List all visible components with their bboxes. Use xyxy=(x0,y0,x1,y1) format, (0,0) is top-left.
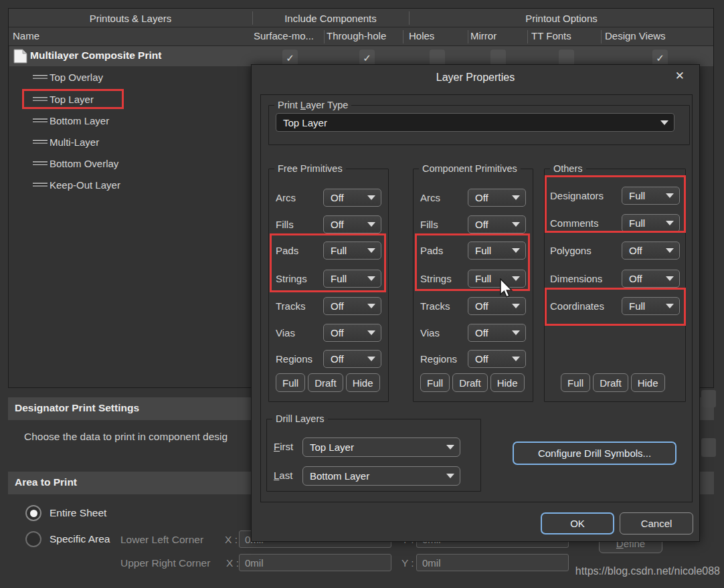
group-header-row: Printouts & Layers Include Components Pr… xyxy=(9,9,713,27)
column-divider xyxy=(403,30,403,43)
configure-drill-symbols-button[interactable]: Configure Drill Symbols... xyxy=(513,442,676,465)
component-regions-dropdown[interactable]: Off xyxy=(468,350,526,368)
tree-item-keep-out-layer[interactable]: Keep-Out Layer xyxy=(33,176,120,193)
column-name: Name xyxy=(13,30,39,41)
designator-description: Choose the data to print in component de… xyxy=(24,431,228,443)
others-designators-row: Designators Full xyxy=(550,187,680,205)
dialog-title: Layer Properties xyxy=(252,72,699,84)
chevron-down-icon xyxy=(512,195,520,200)
layer-dash-icon xyxy=(33,75,48,79)
others-coordinates-dropdown[interactable]: Full xyxy=(622,297,680,315)
free-tracks-row: Tracks Off xyxy=(276,297,381,315)
upper-right-x-input[interactable]: 0mil xyxy=(239,554,391,571)
drill-layers-legend: Drill Layers xyxy=(272,413,328,424)
drill-last-dropdown[interactable]: Bottom Layer xyxy=(302,466,460,486)
layer-dash-icon xyxy=(33,161,48,165)
printout-name: Multilayer Composite Print xyxy=(30,50,161,62)
entire-sheet-radio[interactable] xyxy=(25,505,41,521)
component-fills-dropdown[interactable]: Off xyxy=(468,215,526,233)
check-icon: ✓ xyxy=(656,52,664,64)
print-layer-type-legend: Print Layer Type xyxy=(274,100,351,110)
group-header-printout-options: Printout Options xyxy=(409,11,714,25)
background-control-fragment xyxy=(701,390,716,407)
chevron-down-icon xyxy=(367,330,375,335)
column-holes: Holes xyxy=(409,30,434,41)
column-design-views: Design Views xyxy=(605,30,666,41)
free-regions-row: Regions Off xyxy=(276,350,381,368)
free-regions-dropdown[interactable]: Off xyxy=(323,350,381,368)
others-dimensions-dropdown[interactable]: Off xyxy=(622,270,680,288)
group-header-include-components: Include Components xyxy=(252,11,409,25)
column-divider xyxy=(527,30,528,43)
component-pads-dropdown[interactable]: Full xyxy=(468,241,526,260)
free-vias-row: Vias Off xyxy=(276,324,381,342)
component-arcs-dropdown[interactable]: Off xyxy=(468,189,526,207)
others-comments-dropdown[interactable]: Full xyxy=(622,214,680,232)
free-fills-dropdown[interactable]: Off xyxy=(323,215,381,233)
component-strings-dropdown[interactable]: Full xyxy=(468,270,526,288)
others-dimensions-row: Dimensions Off xyxy=(550,270,680,288)
column-divider xyxy=(324,30,325,43)
component-hide-button[interactable]: Hide xyxy=(490,373,525,392)
cancel-button[interactable]: Cancel xyxy=(620,512,693,534)
tree-item-bottom-overlay[interactable]: Bottom Overlay xyxy=(33,155,118,172)
chevron-down-icon xyxy=(512,330,520,335)
component-fills-row: Fills Off xyxy=(420,215,526,233)
tree-item-bottom-layer[interactable]: Bottom Layer xyxy=(33,112,109,129)
free-vias-dropdown[interactable]: Off xyxy=(323,324,381,342)
component-tracks-dropdown[interactable]: Off xyxy=(468,297,526,315)
chevron-down-icon xyxy=(367,357,375,361)
upper-right-y-input[interactable]: 0mil xyxy=(416,554,569,571)
chevron-down-icon xyxy=(666,276,674,281)
others-full-button[interactable]: Full xyxy=(561,373,590,392)
others-hide-button[interactable]: Hide xyxy=(631,373,665,392)
chevron-down-icon xyxy=(512,222,520,227)
specific-area-radio[interactable] xyxy=(25,531,41,547)
free-fills-row: Fills Off xyxy=(276,215,381,233)
chevron-down-icon xyxy=(367,222,375,227)
check-icon: ✓ xyxy=(363,52,371,64)
tree-item-top-overlay[interactable]: Top Overlay xyxy=(33,68,103,86)
chevron-down-icon xyxy=(666,304,674,308)
component-vias-dropdown[interactable]: Off xyxy=(468,324,526,342)
free-strings-dropdown[interactable]: Full xyxy=(323,270,381,288)
chevron-down-icon xyxy=(512,304,520,308)
chevron-down-icon xyxy=(660,120,668,125)
close-icon[interactable]: ✕ xyxy=(675,69,685,83)
ok-button[interactable]: OK xyxy=(541,512,614,534)
others-legend: Others xyxy=(550,163,586,174)
group-header-printouts-layers: Printouts & Layers xyxy=(9,11,252,25)
others-draft-button[interactable]: Draft xyxy=(593,373,628,392)
others-designators-dropdown[interactable]: Full xyxy=(622,187,680,205)
others-group: Others Designators Full Comments Full Po… xyxy=(544,163,686,402)
chevron-down-icon xyxy=(446,474,454,478)
chevron-down-icon xyxy=(666,221,674,225)
others-polygons-dropdown[interactable]: Off xyxy=(622,241,680,260)
watermark: https://blog.csdn.net/nicole088 xyxy=(575,565,720,577)
others-coordinates-row: Coordinates Full xyxy=(550,297,680,315)
layer-properties-dialog: Layer Properties ✕ Print Layer Type Top … xyxy=(251,64,700,542)
lower-left-corner-label: Lower Left Corner xyxy=(120,534,203,546)
upper-right-corner-label: Upper Right Corner xyxy=(120,557,210,569)
free-tracks-dropdown[interactable]: Off xyxy=(323,297,381,315)
free-arcs-dropdown[interactable]: Off xyxy=(323,189,381,207)
free-full-button[interactable]: Full xyxy=(276,373,305,392)
component-vias-row: Vias Off xyxy=(420,324,526,342)
layer-dash-icon xyxy=(33,97,48,101)
free-hide-button[interactable]: Hide xyxy=(346,373,380,392)
print-layer-type-dropdown[interactable]: Top Layer xyxy=(276,113,674,132)
others-polygons-row: Polygons Off xyxy=(550,241,680,260)
column-through-hole: Through-hole xyxy=(327,30,386,41)
component-draft-button[interactable]: Draft xyxy=(452,373,488,392)
chevron-down-icon xyxy=(367,195,375,200)
chevron-down-icon xyxy=(367,248,375,253)
component-full-button[interactable]: Full xyxy=(420,373,450,392)
tree-item-top-layer[interactable]: Top Layer xyxy=(33,90,94,108)
drill-first-dropdown[interactable]: Top Layer xyxy=(302,437,460,457)
free-pads-dropdown[interactable]: Full xyxy=(323,241,381,260)
table-row-multilayer-composite-print[interactable]: Multilayer Composite Print ✓ ✓ ✓ xyxy=(9,46,713,66)
free-draft-button[interactable]: Draft xyxy=(308,373,343,392)
component-strings-row: Strings Full xyxy=(420,270,526,288)
component-primitives-legend: Component Primitives xyxy=(419,163,521,174)
tree-item-multi-layer[interactable]: Multi-Layer xyxy=(33,133,99,151)
